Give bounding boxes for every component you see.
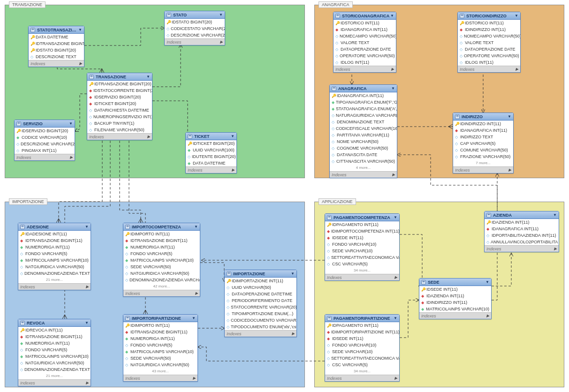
- table-header[interactable]: REVOCA ▼: [18, 319, 91, 327]
- column[interactable]: ◇ FILENAME VARCHAR(50): [87, 127, 152, 133]
- column[interactable]: ◆ MATRICOLAINPS VARCHAR(10): [18, 353, 91, 360]
- column[interactable]: ◇ NATGIURIDICA VARCHAR(50): [18, 360, 91, 366]
- column[interactable]: ◆ MATRICOLAINPS VARCHAR(10): [18, 257, 91, 264]
- column[interactable]: ◇ COMUNE VARCHAR(50): [453, 147, 513, 153]
- more-indicator[interactable]: 34 more...: [325, 267, 399, 274]
- chevron-right-icon[interactable]: ▶: [392, 173, 395, 177]
- more-indicator[interactable]: 42 more...: [123, 283, 200, 290]
- column[interactable]: ◇ COGNOME VARCHAR(50): [330, 145, 397, 151]
- column[interactable]: ◇ BACKUP TINYINT(1): [87, 120, 152, 127]
- column[interactable]: ◇ SEDE VARCHAR(10): [325, 348, 399, 355]
- column[interactable]: ◇ ANNULLAVINCOLO2PORTABILITA TI...: [485, 239, 559, 245]
- column[interactable]: ◆ IDANAGRAFICA INT(11): [334, 26, 396, 33]
- table-footer[interactable]: Indexes ▶: [325, 274, 399, 280]
- column[interactable]: ◆ IDTRANSAZIONE BIGINT(11): [123, 237, 200, 244]
- more-indicator[interactable]: 7 more...: [453, 160, 513, 166]
- column[interactable]: 🔑 IDTICKET BIGINT(20): [186, 140, 236, 147]
- column[interactable]: ◇ SETTOREATTIVITAECONOMICA VARC...: [325, 254, 399, 261]
- table-header[interactable]: PAGAMENTOCOMPETENZA ▼: [325, 214, 399, 221]
- column[interactable]: ◇ OPERATORE VARCHAR(50): [334, 53, 396, 59]
- column[interactable]: ◇ FRAZIONE VARCHAR(50): [453, 153, 513, 160]
- table-footer[interactable]: Indexes ▶: [419, 312, 491, 319]
- column[interactable]: ◇ VALORE TEXT: [334, 39, 396, 46]
- column[interactable]: ◆ NUMERORIGA INT(11): [18, 340, 91, 347]
- column[interactable]: ◇ NATGIURIDICA VARCHAR(50): [18, 264, 91, 270]
- column[interactable]: ◆ IDINDIRIZZO INT(11): [458, 26, 520, 33]
- column[interactable]: ◇ IDPORTABILITAAZIENDA INT(11): [485, 232, 559, 239]
- entity-adesione[interactable]: ADESIONE ▼ 🔑 IDADESIONE INT(11) ◆ IDTRAN…: [18, 223, 91, 290]
- column[interactable]: 🔑 IDIMPORTO INT(11): [123, 231, 200, 237]
- column[interactable]: 🔑 IDSERVIZIO BIGINT(20): [15, 128, 75, 134]
- table-footer[interactable]: Indexes ▶: [330, 171, 397, 178]
- chevron-down-icon[interactable]: ▼: [508, 114, 511, 119]
- chevron-down-icon[interactable]: ▼: [146, 75, 150, 79]
- column[interactable]: ◇ CSC VARCHAR(5): [325, 261, 399, 267]
- column[interactable]: ◆ IDSERVIZIO BIGINT(20): [87, 94, 152, 100]
- chevron-right-icon[interactable]: ▶: [232, 168, 235, 172]
- entity-statotransazione[interactable]: STATOTRANSAZIONE ▼ 🔑 DATA DATETIME 🔑 IDT…: [28, 26, 84, 67]
- table-header[interactable]: TRANSAZIONE ▼: [87, 73, 152, 81]
- column[interactable]: ◆ IDSEDE INT(11): [325, 335, 399, 342]
- column[interactable]: ◇ SEDE VARCHAR(50): [123, 264, 200, 270]
- column[interactable]: ◇ NOMECAMPO VARCHAR(50): [334, 33, 396, 39]
- entity-storicoindirizzo[interactable]: STORICOINDIRIZZO ▼ 🔑 IDSTORICO INT(11) ◆…: [457, 12, 521, 73]
- column[interactable]: ◆ UUID VARCHAR(100): [186, 147, 236, 153]
- entity-storicoanagrafica[interactable]: STORICOANAGRAFICA ▼ 🔑 IDSTORICO INT(11) …: [333, 12, 396, 73]
- column[interactable]: 🔑 DATA DATETIME: [29, 34, 84, 40]
- chevron-down-icon[interactable]: ▼: [78, 28, 82, 32]
- entity-ticket[interactable]: TICKET ▼ 🔑 IDTICKET BIGINT(20) ◆ UUID VA…: [185, 132, 237, 173]
- column[interactable]: ◇ FONDO VARCHAR(5): [18, 250, 91, 257]
- chevron-right-icon[interactable]: ▶: [147, 135, 150, 139]
- table-header[interactable]: AZIENDA ▼: [485, 211, 559, 219]
- table-header[interactable]: ANAGRAFICA ▼: [330, 85, 397, 92]
- entity-pagamentoripartizione[interactable]: PAGAMENTORIPARTIZIONE ▼ 🔑 IDPAGAMENTO IN…: [325, 314, 400, 382]
- entity-importoripartizione[interactable]: IMPORTORIPARTIZIONE ▼ 🔑 IDIMPORTO INT(11…: [123, 314, 198, 382]
- table-header[interactable]: SEDE ▼: [419, 279, 491, 286]
- chevron-down-icon[interactable]: ▼: [515, 14, 518, 18]
- column[interactable]: ◇ PINGMAX INT(11): [15, 147, 75, 154]
- table-footer[interactable]: Indexes ▶: [123, 375, 197, 381]
- column[interactable]: ◇ DENOMINAZIONEAZIENDA VARCHAR(250): [123, 277, 200, 283]
- column[interactable]: 🔑 IDSTORICO INT(11): [334, 20, 396, 26]
- column[interactable]: 🔑 IDPAGAMENTO INT(11): [325, 221, 399, 228]
- column[interactable]: ◆ IDTRANSAZIONE BIGINT(11): [18, 333, 91, 340]
- column[interactable]: ◇ FONDO VARCHAR(10): [325, 342, 399, 348]
- column[interactable]: ◇ UUID VARCHAR(50): [225, 284, 296, 291]
- column[interactable]: ◆ IDIMPORTORIPARTIZIONE INT(11): [325, 329, 399, 335]
- chevron-right-icon[interactable]: ▶: [554, 247, 557, 251]
- chevron-down-icon[interactable]: ▼: [194, 225, 198, 229]
- column[interactable]: ◇ SEDE VARCHAR(10): [325, 248, 399, 254]
- chevron-right-icon[interactable]: ▶: [86, 381, 89, 385]
- chevron-right-icon[interactable]: ▶: [395, 275, 397, 279]
- chevron-down-icon[interactable]: ▼: [291, 271, 295, 276]
- column[interactable]: ◆ MATRICOLAINPS VARCHAR(10): [419, 306, 491, 312]
- entity-transazione[interactable]: TRANSAZIONE ▼ 🔑 IDTRANSAZIONE BIGINT(20)…: [87, 73, 152, 140]
- column[interactable]: ◆ IDTRANSAZIONE BIGINT(11): [123, 329, 197, 335]
- table-header[interactable]: IMPORTORIPARTIZIONE ▼: [123, 315, 197, 322]
- column[interactable]: ◇ NOMECAMPO VARCHAR(50): [458, 33, 520, 39]
- column[interactable]: ◇ SETTOREATTIVITAECONOMICA VARC...: [325, 355, 399, 362]
- entity-revoca[interactable]: REVOCA ▼ 🔑 IDREVOCA INT(11) ◆ IDTRANSAZI…: [18, 319, 91, 386]
- column[interactable]: ◇ SEDE VARCHAR(50): [123, 355, 197, 362]
- column[interactable]: 🔑 IDAZIENDA INT(11): [485, 219, 559, 226]
- column[interactable]: ◇ TIPOIMPORTAZIONE ENUM(...): [225, 310, 296, 317]
- table-footer[interactable]: Indexes ▶: [225, 330, 296, 337]
- column[interactable]: ◆ IDAZIENDA INT(11): [419, 293, 491, 299]
- table-footer[interactable]: Indexes ▶: [453, 166, 513, 173]
- column[interactable]: 🔑 IDADESIONE INT(11): [18, 231, 91, 237]
- table-footer[interactable]: Indexes ▶: [87, 133, 152, 140]
- table-footer[interactable]: Indexes ▶: [18, 283, 91, 290]
- column[interactable]: ◇ IDUTENTE BIGINT(20): [186, 153, 236, 160]
- column[interactable]: ◆ NUMERORIGA INT(11): [123, 244, 200, 250]
- table-header[interactable]: STATO ▼: [165, 11, 225, 19]
- column[interactable]: 🔑 IDPAGAMENTO INT(11): [325, 322, 399, 329]
- table-footer[interactable]: Indexes ▶: [18, 379, 91, 386]
- chevron-down-icon[interactable]: ▼: [394, 316, 397, 320]
- column[interactable]: ◆ CODICE VARCHAR(10): [15, 134, 75, 141]
- entity-sede[interactable]: SEDE ▼ 🔑 IDSEDE INT(11) ◆ IDAZIENDA INT(…: [419, 278, 492, 319]
- chevron-down-icon[interactable]: ▼: [219, 13, 223, 17]
- table-header[interactable]: INDIRIZZO ▼: [453, 113, 513, 121]
- column[interactable]: ◇ FONDO VARCHAR(5): [18, 347, 91, 353]
- column[interactable]: ◆ NUMERORIGA INT(11): [18, 244, 91, 250]
- column[interactable]: ◆ TIPOANAGRAFICA ENUM('F','G'): [330, 99, 397, 106]
